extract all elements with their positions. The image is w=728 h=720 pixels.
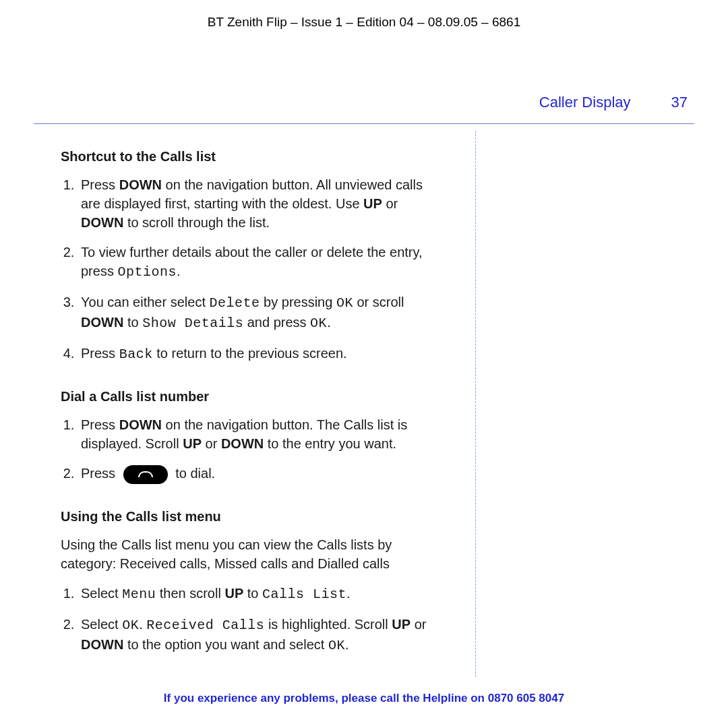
ui-label-show-details: Show Details: [142, 316, 243, 331]
call-button-icon: [123, 465, 168, 484]
ui-label-back: Back: [119, 347, 153, 362]
text: .: [345, 637, 349, 652]
footer-text: If you experience any problems, please c…: [164, 692, 488, 704]
key-up: UP: [224, 586, 243, 601]
text: Select: [81, 617, 122, 632]
text: Press: [81, 177, 119, 192]
text: Press: [81, 346, 119, 361]
text: to: [123, 315, 142, 330]
list-item: Press Back to return to the previous scr…: [78, 344, 429, 364]
text: to return to the previous screen.: [153, 346, 347, 361]
ui-label-ok: OK: [122, 618, 139, 633]
side-column-empty: [444, 124, 694, 678]
text: and press: [243, 315, 310, 330]
key-down: DOWN: [81, 637, 123, 652]
key-down: DOWN: [119, 417, 162, 432]
column-divider: [475, 131, 476, 677]
list-dial: Press DOWN on the navigation button. The…: [61, 415, 429, 484]
ui-label-ok: OK: [328, 638, 345, 653]
list-item: Press DOWN on the navigation button. The…: [78, 415, 429, 453]
text: Press: [81, 417, 119, 432]
list-item: Select OK. Received Calls is highlighted…: [78, 615, 429, 655]
text: to scroll through the list.: [123, 215, 270, 230]
section-title: Caller Display: [539, 92, 631, 113]
ui-label-received-calls: Received Calls: [146, 618, 264, 633]
menu-intro-paragraph: Using the Calls list menu you can view t…: [61, 535, 429, 573]
list-item: To view further details about the caller…: [78, 243, 429, 282]
text: or: [202, 436, 221, 451]
key-up: UP: [363, 196, 382, 211]
ui-label-ok: OK: [336, 295, 353, 311]
content-columns: Shortcut to the Calls list Press DOWN on…: [34, 124, 694, 678]
footer-phone-number: 0870 605 8047: [488, 692, 564, 704]
manual-page: BT Zenith Flip – Issue 1 – Edition 04 – …: [0, 0, 728, 720]
key-down: DOWN: [221, 436, 264, 451]
text: is highlighted. Scroll: [264, 617, 392, 632]
list-item: Select Menu then scroll UP to Calls List…: [78, 584, 429, 604]
text: to the entry you want.: [264, 436, 396, 451]
key-down: DOWN: [81, 215, 123, 230]
text: You can either select: [81, 295, 210, 309]
key-down: DOWN: [119, 177, 162, 192]
text: .: [139, 617, 146, 632]
helpline-footer: If you experience any problems, please c…: [0, 690, 728, 707]
ui-label-calls-list: Calls List: [262, 587, 346, 602]
list-menu: Select Menu then scroll UP to Calls List…: [61, 584, 429, 655]
heading-menu: Using the Calls list menu: [61, 507, 429, 526]
list-shortcut: Press DOWN on the navigation button. All…: [61, 175, 429, 364]
text: to dial.: [172, 466, 215, 481]
main-column: Shortcut to the Calls list Press DOWN on…: [34, 124, 444, 678]
text: by pressing: [260, 295, 336, 309]
heading-dial: Dial a Calls list number: [61, 387, 429, 406]
ui-label-options: Options: [117, 264, 177, 280]
text: or scroll: [353, 295, 404, 309]
ui-label-menu: Menu: [122, 587, 156, 602]
ui-label-ok: OK: [310, 316, 327, 331]
ui-label-delete: Delete: [210, 295, 260, 311]
page-number: 37: [671, 92, 688, 113]
key-up: UP: [183, 436, 202, 451]
list-item: You can either select Delete by pressing…: [78, 293, 429, 333]
text: to the option you want and select: [123, 637, 328, 652]
list-item: Press DOWN on the navigation button. All…: [78, 175, 429, 232]
key-down: DOWN: [81, 315, 123, 330]
text: .: [327, 315, 331, 330]
document-id-header: BT Zenith Flip – Issue 1 – Edition 04 – …: [34, 13, 694, 32]
text: or: [411, 617, 426, 632]
key-up: UP: [392, 617, 411, 632]
text: to: [243, 586, 262, 601]
text: Press: [81, 466, 119, 481]
heading-shortcut: Shortcut to the Calls list: [61, 147, 429, 166]
text: .: [177, 264, 181, 278]
text: or: [382, 196, 398, 211]
text: then scroll: [156, 586, 224, 601]
text: .: [346, 586, 351, 601]
section-header: Caller Display 37: [34, 92, 694, 125]
text: Select: [81, 586, 122, 601]
list-item: Press to dial.: [78, 464, 429, 484]
